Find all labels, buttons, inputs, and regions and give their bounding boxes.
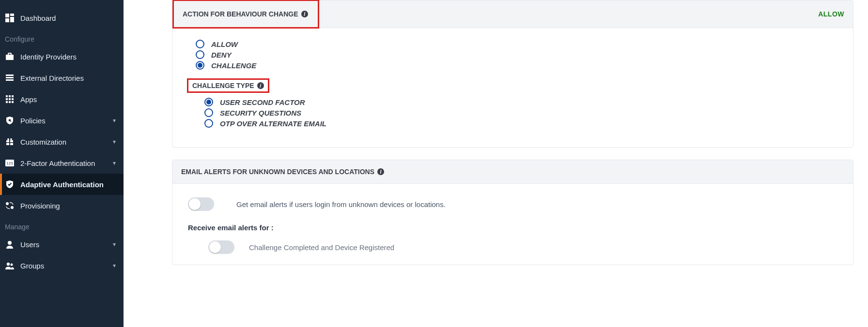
sidebar-item-label: External Directories — [20, 74, 119, 82]
info-icon[interactable]: i — [257, 82, 264, 89]
radio-allow[interactable]: ALLOW — [196, 40, 843, 48]
radio-otp-alternate-email[interactable]: OTP OVER ALTERNATE EMAIL — [204, 119, 843, 128]
svg-rect-12 — [6, 98, 8, 100]
sidebar-item-label: 2-Factor Authentication — [20, 159, 113, 167]
svg-rect-6 — [6, 74, 14, 76]
email-alerts-toggle-row: Get email alerts if users login from unk… — [188, 193, 843, 211]
chevron-down-icon: ▾ — [113, 241, 116, 248]
radio-label: USER SECOND FACTOR — [220, 98, 305, 106]
sidebar-item-label: Identity Providers — [20, 53, 119, 61]
email-alerts-toggle[interactable] — [188, 197, 214, 211]
sidebar-item-policies[interactable]: Policies ▾ — [0, 110, 124, 131]
radio-security-questions[interactable]: SECURITY QUESTIONS — [204, 108, 843, 117]
sidebar-item-external-directories[interactable]: External Directories — [0, 67, 124, 89]
sidebar-item-apps[interactable]: Apps — [0, 89, 124, 110]
svg-rect-2 — [10, 17, 14, 22]
sync-users-icon — [5, 201, 15, 210]
challenge-type-title: CHALLENGE TYPE — [192, 82, 254, 89]
radio-button-icon — [196, 40, 204, 48]
sub-toggle-label: Challenge Completed and Device Registere… — [249, 243, 394, 252]
challenge-type-radio-group: USER SECOND FACTOR SECURITY QUESTIONS OT… — [204, 98, 843, 128]
sidebar-item-adaptive-auth[interactable]: Adaptive Authentication — [0, 174, 124, 195]
chevron-down-icon: ▾ — [113, 117, 116, 124]
sidebar-item-label: Groups — [20, 262, 113, 270]
user-icon — [5, 239, 15, 249]
radio-user-second-factor[interactable]: USER SECOND FACTOR — [204, 98, 843, 106]
svg-point-23 — [7, 138, 9, 140]
svg-rect-17 — [12, 101, 14, 103]
svg-text:123: 123 — [6, 161, 13, 165]
sidebar-item-dashboard[interactable]: Dashboard — [0, 7, 124, 29]
sidebar-item-label: Apps — [20, 95, 119, 104]
svg-point-24 — [10, 138, 12, 140]
svg-rect-8 — [6, 79, 14, 81]
action-status: ALLOW — [818, 10, 844, 18]
sidebar-item-label: Dashboard — [20, 14, 119, 22]
sidebar: Dashboard Configure Identity Providers E… — [0, 0, 124, 327]
svg-rect-10 — [9, 95, 11, 97]
radio-deny[interactable]: DENY — [196, 50, 843, 59]
svg-rect-14 — [12, 98, 14, 100]
sidebar-item-groups[interactable]: Groups ▾ — [0, 255, 124, 276]
svg-rect-13 — [9, 98, 11, 100]
sidebar-section-configure: Configure — [0, 29, 124, 46]
radio-label: SECURITY QUESTIONS — [220, 109, 301, 117]
keypad-icon: 123 — [5, 158, 15, 168]
action-panel-body: ALLOW DENY CHALLENGE CHALLENGE TYPE i — [172, 28, 853, 147]
email-alerts-header: EMAIL ALERTS FOR UNKNOWN DEVICES AND LOC… — [172, 160, 853, 184]
sidebar-item-label: Users — [20, 240, 113, 249]
svg-rect-0 — [5, 14, 9, 17]
email-alerts-title: EMAIL ALERTS FOR UNKNOWN DEVICES AND LOC… — [181, 168, 374, 176]
radio-label: ALLOW — [211, 40, 238, 48]
chevron-down-icon: ▾ — [113, 160, 116, 166]
svg-point-27 — [6, 202, 9, 205]
email-alerts-panel: EMAIL ALERTS FOR UNKNOWN DEVICES AND LOC… — [172, 160, 853, 265]
shield-search-icon — [5, 116, 15, 125]
sidebar-item-2fa[interactable]: 123 2-Factor Authentication ▾ — [0, 152, 124, 174]
svg-rect-5 — [8, 53, 11, 55]
sidebar-item-label: Customization — [20, 138, 113, 146]
radio-button-icon — [204, 98, 213, 106]
sidebar-item-provisioning[interactable]: Provisioning — [0, 195, 124, 216]
radio-label: DENY — [211, 51, 232, 59]
radio-challenge[interactable]: CHALLENGE — [196, 61, 843, 70]
radio-label: CHALLENGE — [211, 61, 256, 70]
email-alerts-body: Get email alerts if users login from unk… — [172, 184, 853, 265]
sidebar-item-users[interactable]: Users ▾ — [0, 234, 124, 255]
sidebar-item-customization[interactable]: Customization ▾ — [0, 131, 124, 152]
svg-point-31 — [11, 264, 13, 266]
chevron-down-icon: ▾ — [113, 262, 116, 269]
sidebar-item-label: Policies — [20, 117, 113, 125]
sidebar-item-identity-providers[interactable]: Identity Providers — [0, 46, 124, 67]
action-panel-title: ACTION FOR BEHAVIOUR CHANGE — [183, 10, 298, 18]
radio-button-icon — [204, 119, 213, 128]
sidebar-item-label: Provisioning — [20, 202, 119, 210]
action-panel: ACTION FOR BEHAVIOUR CHANGE i ALLOW ALLO… — [172, 0, 853, 148]
radio-button-icon — [196, 61, 204, 70]
receive-alerts-label: Receive email alerts for : — [188, 223, 843, 232]
svg-rect-9 — [6, 95, 8, 97]
challenge-completed-toggle[interactable] — [208, 240, 234, 254]
svg-rect-1 — [10, 14, 14, 16]
svg-rect-22 — [6, 142, 13, 143]
radio-button-icon — [204, 108, 213, 117]
dashboard-icon — [5, 13, 15, 23]
stack-icon — [5, 73, 15, 83]
gift-icon — [5, 137, 15, 147]
radio-button-icon — [196, 50, 204, 59]
svg-rect-7 — [6, 77, 14, 78]
grid-icon — [5, 94, 15, 104]
chevron-down-icon: ▾ — [113, 138, 116, 145]
info-icon[interactable]: i — [377, 168, 384, 175]
svg-rect-11 — [12, 95, 14, 97]
briefcase-icon — [5, 52, 15, 61]
sidebar-item-label: Adaptive Authentication — [20, 180, 119, 189]
info-icon[interactable]: i — [301, 11, 308, 17]
action-panel-header: ACTION FOR BEHAVIOUR CHANGE i ALLOW — [172, 0, 853, 28]
svg-rect-16 — [9, 101, 11, 103]
radio-label: OTP OVER ALTERNATE EMAIL — [220, 119, 326, 128]
main-content: ACTION FOR BEHAVIOUR CHANGE i ALLOW ALLO… — [124, 0, 868, 327]
svg-point-30 — [7, 263, 10, 266]
group-icon — [5, 261, 15, 270]
svg-point-29 — [8, 241, 12, 245]
